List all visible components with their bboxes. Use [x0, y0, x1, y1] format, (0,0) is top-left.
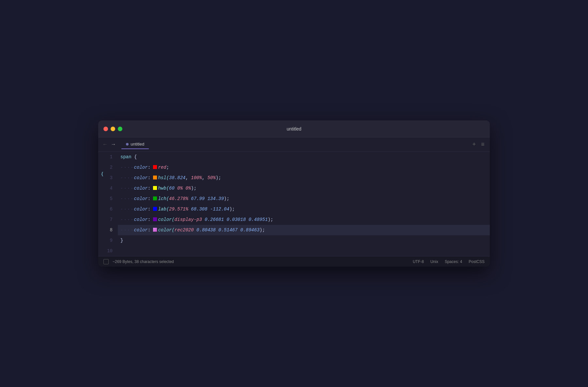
code-line-6: ···· color : lab(29.571% 68.308 -112.04)…	[118, 204, 490, 214]
tab-bar: ← → untitled + ≡	[98, 137, 490, 152]
language-item[interactable]: PostCSS	[469, 259, 485, 264]
line-num-8: 8	[98, 225, 118, 235]
tab-untitled[interactable]: untitled	[121, 140, 149, 149]
line-num-5: 5	[98, 194, 118, 204]
brace-indicator: {	[101, 169, 103, 179]
swatch-orange	[153, 176, 157, 179]
code-line-7: ···· color : color(display-p3 0.26681 0.…	[118, 214, 490, 225]
punctuation-space	[132, 154, 134, 160]
nav-arrows: ← →	[102, 141, 116, 148]
swatch-yellow	[153, 186, 157, 190]
file-info: ~269 Bytes, 38 characters selected	[113, 259, 174, 264]
titlebar: untitled	[98, 120, 490, 137]
swatch-purple	[153, 217, 157, 221]
status-left: ~269 Bytes, 38 characters selected	[103, 259, 413, 264]
maximize-button[interactable]	[118, 127, 122, 131]
kw-span: span	[120, 154, 132, 160]
line-num-10: 10	[98, 246, 118, 256]
code-line-2: ···· color : red ;	[118, 162, 490, 173]
app-window: untitled ← → untitled + ≡ { 1 2 3 4 5	[98, 120, 490, 267]
open-brace: {	[134, 154, 137, 160]
window-title: untitled	[286, 126, 301, 132]
line-ending-item[interactable]: Unix	[430, 259, 438, 264]
code-line-10	[118, 246, 490, 256]
swatch-red	[153, 165, 157, 169]
line-num-6: 6	[98, 204, 118, 214]
encoding-item[interactable]: UTF-8	[413, 259, 424, 264]
code-line-1: span {	[118, 152, 490, 162]
line-numbers-gutter: 1 2 3 4 5 6 7 8 9 10	[98, 152, 118, 256]
minimize-button[interactable]	[111, 127, 115, 131]
tab-dot	[126, 143, 129, 146]
code-line-9: }	[118, 235, 490, 246]
tab-bar-actions: + ≡	[472, 141, 485, 148]
editor-content[interactable]: span { ···· color : red ; ···· color : h…	[118, 152, 490, 256]
indent-item[interactable]: Spaces: 4	[445, 259, 462, 264]
swatch-blue	[153, 207, 157, 211]
traffic-lights	[103, 127, 122, 131]
close-button[interactable]	[103, 127, 108, 131]
swatch-pink	[153, 228, 157, 232]
statusbar: ~269 Bytes, 38 characters selected UTF-8…	[98, 256, 490, 267]
editor-container: { 1 2 3 4 5 6 7 8 9 10 span {	[98, 152, 490, 256]
swatch-green	[153, 196, 157, 200]
status-checkbox[interactable]	[103, 259, 109, 264]
code-line-4: ···· color : hwb(60 0% 0%);	[118, 183, 490, 194]
code-line-8: ···· color : color(rec2020 0.80438 0.514…	[118, 225, 490, 235]
line-num-1: 1	[98, 152, 118, 162]
back-arrow[interactable]: ←	[102, 141, 108, 148]
forward-arrow[interactable]: →	[111, 141, 116, 148]
menu-button[interactable]: ≡	[481, 141, 485, 148]
status-right: UTF-8 Unix Spaces: 4 PostCSS	[413, 259, 485, 264]
new-tab-button[interactable]: +	[472, 141, 476, 148]
line-num-7: 7	[98, 214, 118, 225]
tab-label: untitled	[131, 142, 144, 147]
code-line-3: ···· color : hsl(38.824, 100%, 50%);	[118, 173, 490, 183]
line-num-9: 9	[98, 235, 118, 246]
code-line-5: ···· color : lch(46.278% 67.99 134.39);	[118, 194, 490, 204]
line-num-4: 4	[98, 183, 118, 194]
